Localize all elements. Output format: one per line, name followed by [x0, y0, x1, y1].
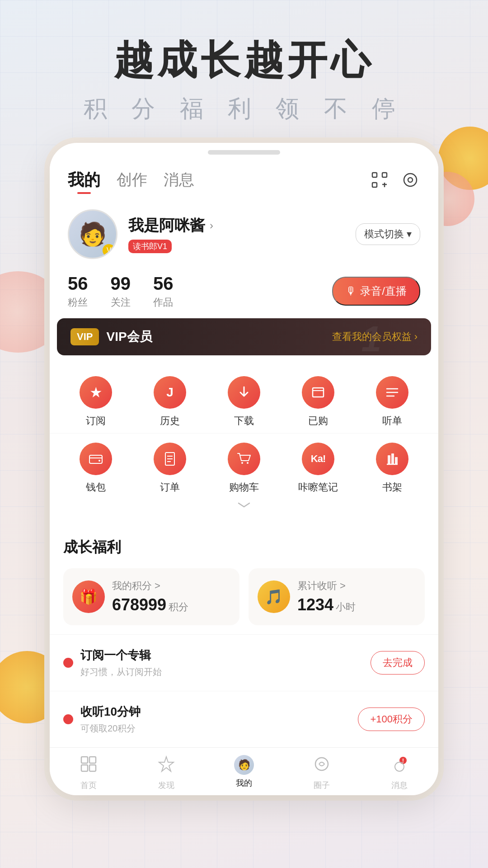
- growth-section: 成长福利 🎁 我的积分 > 678999 积分 🎵: [50, 524, 438, 634]
- circle-icon: [313, 755, 331, 777]
- bottom-nav-msg[interactable]: ! 消息: [361, 755, 438, 791]
- stat-fans[interactable]: 56 粉丝: [68, 274, 88, 309]
- svg-rect-24: [81, 757, 88, 763]
- profile-name[interactable]: 我是阿咪酱: [128, 215, 205, 236]
- svg-rect-1: [382, 173, 387, 177]
- discover-icon: [157, 755, 175, 777]
- msg-icon: !: [390, 755, 408, 777]
- purchased-icon: [302, 376, 334, 409]
- menu-item-bookshelf[interactable]: 书架: [359, 443, 426, 494]
- task-title-1: 订阅一个专辑: [80, 647, 371, 663]
- menu-grid-1: ★ 订阅 J 历史 下载: [59, 376, 429, 428]
- task-dot-2: [63, 714, 73, 724]
- record-live-button[interactable]: 🎙 录音/直播: [332, 277, 420, 306]
- stat-follow[interactable]: 99 关注: [111, 274, 131, 309]
- follow-count: 99: [111, 274, 131, 294]
- task-dot-1: [63, 658, 73, 668]
- listen-unit: 小时: [336, 601, 356, 613]
- menu-item-history[interactable]: J 历史: [136, 376, 203, 428]
- profile-name-row: 我是阿咪酱 ›: [128, 215, 356, 236]
- menu-item-cart[interactable]: 购物车: [211, 443, 277, 494]
- settings-icon[interactable]: [400, 170, 420, 190]
- task-content-1: 订阅一个专辑 好习惯，从订阅开始: [80, 647, 371, 678]
- listen-info: 累计收听 > 1234 小时: [297, 579, 356, 614]
- bottom-nav-home[interactable]: 首页: [50, 755, 127, 791]
- svg-rect-26: [81, 765, 88, 771]
- listen-icon: 🎵: [258, 580, 290, 613]
- svg-rect-2: [372, 183, 377, 187]
- wallet-label: 钱包: [86, 481, 106, 494]
- mode-switch-button[interactable]: 模式切换 ▾: [356, 223, 420, 245]
- task-desc-2: 可领取20积分: [80, 722, 358, 735]
- profile-section: 🧑 V 我是阿咪酱 › 读书郎V1 模式切换 ▾: [50, 198, 438, 268]
- subscribe-label: 订阅: [86, 414, 106, 428]
- bottom-nav-discover[interactable]: 发现: [127, 755, 205, 791]
- mine-label: 我的: [236, 778, 252, 788]
- svg-marker-28: [159, 757, 174, 771]
- history-icon: J: [154, 376, 186, 409]
- order-label: 订单: [160, 481, 180, 494]
- mic-icon: 🎙: [346, 285, 357, 297]
- tab-create[interactable]: 创作: [117, 170, 147, 190]
- tab-message[interactable]: 消息: [164, 170, 194, 190]
- svg-point-6: [408, 178, 413, 182]
- avatar-vip-badge: V: [103, 244, 115, 257]
- home-icon: [80, 755, 98, 777]
- menu-grid-2: 钱包 订单: [59, 443, 429, 494]
- fans-count: 56: [68, 274, 88, 294]
- bottom-nav-circle[interactable]: 圈子: [283, 755, 361, 791]
- points-value: 678999: [112, 595, 166, 614]
- menu-section-1: ★ 订阅 J 历史 下载: [50, 363, 438, 432]
- order-icon: [154, 443, 186, 475]
- menu-item-subscribe[interactable]: ★ 订阅: [62, 376, 129, 428]
- svg-rect-21: [388, 455, 390, 464]
- stat-works[interactable]: 56 作品: [153, 274, 174, 309]
- scan-icon[interactable]: [370, 170, 389, 190]
- svg-rect-7: [313, 388, 324, 397]
- hero-section: 越成长越开心 积 分 福 利 领 不 停: [0, 0, 488, 143]
- vip-banner[interactable]: 1 VIP VIP会员 查看我的会员权益 ›: [57, 318, 431, 355]
- avatar[interactable]: 🧑 V: [68, 209, 117, 259]
- download-label: 下载: [234, 414, 254, 428]
- discover-label: 发现: [158, 780, 174, 791]
- task-complete-button-1[interactable]: 去完成: [371, 651, 425, 675]
- task-item-2: 收听10分钟 可领取20积分 +100积分: [50, 691, 438, 747]
- fans-label: 粉丝: [68, 296, 88, 309]
- playlist-label: 听单: [382, 414, 402, 428]
- listen-value: 1234: [297, 595, 333, 614]
- cart-icon: [228, 443, 260, 475]
- profile-name-arrow: ›: [210, 219, 213, 232]
- notes-label: 咔嚓笔记: [298, 481, 338, 494]
- menu-item-wallet[interactable]: 钱包: [62, 443, 129, 494]
- record-btn-label: 录音/直播: [360, 284, 407, 298]
- cart-label: 购物车: [229, 481, 259, 494]
- menu-item-playlist[interactable]: 听单: [359, 376, 426, 428]
- svg-point-13: [99, 460, 100, 462]
- works-label: 作品: [153, 296, 174, 309]
- bottom-nav-avatar: 🧑: [234, 755, 254, 775]
- points-info: 我的积分 > 678999 积分: [112, 579, 188, 614]
- history-label: 历史: [160, 414, 180, 428]
- menu-item-notes[interactable]: Ka! 咔嚓笔记: [285, 443, 352, 494]
- nav-tabs: 我的 创作 消息: [68, 169, 194, 191]
- task-item-1: 订阅一个专辑 好习惯，从订阅开始 去完成: [50, 634, 438, 691]
- task-content-2: 收听10分钟 可领取20积分: [80, 704, 358, 735]
- follow-label: 关注: [111, 296, 131, 309]
- listen-title: 累计收听 >: [297, 579, 356, 593]
- phone-wrapper: 我的 创作 消息: [0, 143, 488, 795]
- svg-point-5: [404, 174, 417, 186]
- works-count: 56: [153, 274, 174, 294]
- tab-mine[interactable]: 我的: [68, 169, 100, 191]
- expand-menu-button[interactable]: [59, 494, 429, 512]
- task-points-button-2[interactable]: +100积分: [358, 708, 425, 731]
- growth-card-points[interactable]: 🎁 我的积分 > 678999 积分: [63, 568, 239, 625]
- menu-item-download[interactable]: 下载: [211, 376, 277, 428]
- svg-rect-12: [89, 455, 102, 463]
- growth-card-listen[interactable]: 🎵 累计收听 > 1234 小时: [249, 568, 425, 625]
- vip-text: VIP会员: [106, 328, 152, 345]
- menu-item-purchased[interactable]: 已购: [285, 376, 352, 428]
- menu-item-order[interactable]: 订单: [136, 443, 203, 494]
- mode-switch-arrow-icon: ▾: [407, 228, 412, 240]
- growth-section-title: 成长福利: [63, 538, 425, 557]
- bottom-nav-mine[interactable]: 🧑 我的: [205, 755, 283, 791]
